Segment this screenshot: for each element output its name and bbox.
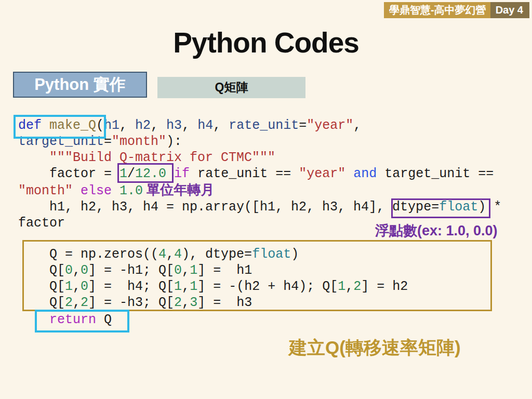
code-token: ] = h3 — [197, 295, 252, 310]
code-token: if — [174, 166, 190, 181]
code-token: / — [127, 166, 135, 181]
code-line: Q = np.zeros((4,4), dtype=float) — [18, 246, 408, 262]
code-token: h1, h2, h3, h4 = np.array([h1, h2, h3, h… — [18, 200, 439, 215]
code-token: , — [182, 295, 190, 310]
code-token: 2 — [81, 295, 88, 310]
code-token: Q[ — [18, 263, 65, 278]
code-token: float — [439, 200, 478, 215]
code-line: Q[2,2] = -h3; Q[2,3] = h3 — [18, 295, 408, 311]
code-token: , — [353, 118, 361, 133]
code-token: ] = -h1; Q[ — [88, 263, 174, 278]
code-token: target_unit == — [377, 166, 494, 181]
code-line: target_unit="month"): — [18, 134, 501, 150]
code-token: 0 — [81, 263, 88, 278]
code-token: , — [166, 247, 174, 262]
code-token: ( — [96, 118, 104, 133]
label-q-matrix: Q矩陣 — [157, 77, 305, 98]
code-token: h4 — [197, 118, 213, 133]
code-line: "month" else 1.0 單位年轉月 — [18, 182, 501, 199]
code-token: 1 — [174, 279, 182, 294]
code-token: Q[ — [18, 279, 65, 294]
code-token: , — [182, 263, 190, 278]
badge-day-number: Day 4 — [490, 2, 529, 18]
code-token: target_unit — [18, 134, 104, 149]
code-token — [73, 183, 81, 198]
label-python-practice-text: Python 實作 — [34, 74, 126, 96]
code-token: rate_unit == — [190, 166, 299, 181]
header-badge: 學鼎智慧-高中夢幻營 Day 4 — [384, 2, 529, 18]
label-python-practice: Python 實作 — [13, 72, 147, 98]
code-token: 0 — [81, 279, 88, 294]
code-token: ) * — [478, 200, 501, 215]
code-token: ] = h4; Q[ — [88, 279, 174, 294]
code-token: ] = -(h2 + h4); Q[ — [197, 279, 338, 294]
code-token: , — [182, 118, 197, 133]
code-token — [112, 183, 119, 198]
code-token — [345, 166, 353, 181]
label-q-matrix-text: Q矩陣 — [215, 79, 248, 96]
code-block-return: return Q — [18, 312, 112, 328]
code-token: 0 — [174, 263, 182, 278]
code-line: """Build Q-matrix for CTMC""" — [18, 150, 501, 166]
code-token: Q = np.zeros(( — [18, 247, 158, 262]
code-line: factor = 1/12.0 if rate_unit == "year" a… — [18, 166, 501, 182]
code-token — [166, 166, 174, 181]
code-token: "month" — [112, 134, 166, 149]
code-token: 1 — [119, 166, 127, 181]
annotation-build-q-note: 建立Q(轉移速率矩陣) — [289, 336, 461, 360]
code-token: h2 — [135, 118, 151, 133]
page-title: Python Codes — [0, 26, 532, 59]
code-token: ): — [166, 134, 182, 149]
code-token: 2 — [174, 295, 182, 310]
badge-camp-name: 學鼎智慧-高中夢幻營 — [384, 2, 490, 18]
code-token: , — [213, 118, 229, 133]
code-token: Q — [96, 312, 112, 327]
code-token: ] = h1 — [197, 263, 252, 278]
code-line: return Q — [18, 312, 112, 328]
code-token: 0 — [65, 263, 73, 278]
code-token: 4 — [158, 247, 166, 262]
code-token: 1 — [190, 279, 197, 294]
code-token: , — [345, 279, 353, 294]
code-token: , — [151, 118, 166, 133]
code-token: , — [182, 279, 190, 294]
code-token: ] = h2 — [361, 279, 408, 294]
code-line: Q[1,0] = h4; Q[1,1] = -(h2 + h4); Q[1,2]… — [18, 278, 408, 295]
code-token: Q[ — [18, 295, 65, 310]
inline-annotation: 單位年轉月 — [143, 182, 214, 197]
code-token: "year" — [307, 118, 353, 133]
code-token: 3 — [190, 295, 197, 310]
code-token: """Build Q-matrix for CTMC""" — [18, 150, 275, 165]
code-line: h1, h2, h3, h4 = np.array([h1, h2, h3, h… — [18, 199, 501, 215]
code-token: 2 — [353, 279, 361, 294]
code-token: 2 — [65, 295, 73, 310]
code-token: 1 — [190, 263, 197, 278]
code-block-function-def: def make_Q(h1, h2, h3, h4, rate_unit="ye… — [18, 117, 501, 231]
code-token: else — [81, 183, 112, 198]
code-token: , — [119, 118, 135, 133]
code-block-q-assignments: Q = np.zeros((4,4), dtype=float) Q[0,0] … — [18, 246, 408, 311]
code-token: 1 — [65, 279, 73, 294]
code-token: 4 — [174, 247, 182, 262]
code-token: and — [353, 166, 377, 181]
code-token: ) — [291, 247, 299, 262]
code-token: "month" — [18, 183, 73, 198]
code-line: def make_Q(h1, h2, h3, h4, rate_unit="ye… — [18, 117, 501, 134]
code-token: factor — [18, 216, 65, 231]
code-token: 1 — [338, 279, 345, 294]
code-token: , — [73, 295, 81, 310]
code-token: def — [18, 118, 49, 133]
code-token: 1.0 — [119, 183, 143, 198]
code-token: "year" — [299, 166, 345, 181]
code-token: return — [49, 312, 96, 327]
code-token: = — [104, 134, 112, 149]
code-token: float — [252, 247, 291, 262]
code-token — [18, 312, 49, 327]
code-token: ), dtype= — [182, 247, 252, 262]
code-line: Q[0,0] = -h1; Q[0,1] = h1 — [18, 262, 408, 278]
code-token: ] = -h3; Q[ — [88, 295, 174, 310]
code-token: , — [73, 263, 81, 278]
annotation-float-note: 浮點數(ex: 1.0, 0.0) — [375, 221, 498, 240]
code-token: rate_unit — [229, 118, 299, 133]
code-token: h3 — [166, 118, 182, 133]
